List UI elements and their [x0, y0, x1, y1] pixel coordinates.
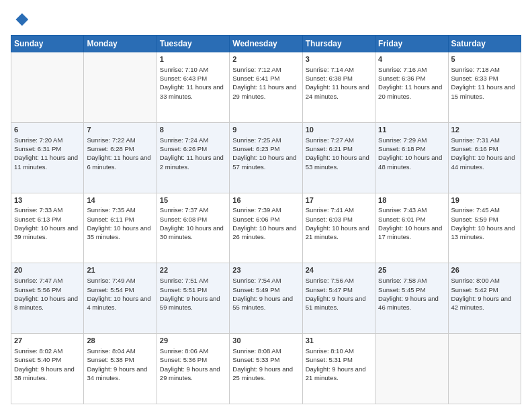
day-number: 9 [232, 125, 299, 135]
day-cell: 4Sunrise: 7:16 AM Sunset: 6:36 PM Daylig… [375, 52, 448, 123]
day-info: Sunrise: 8:00 AM Sunset: 5:42 PM Dayligh… [451, 276, 518, 312]
day-number: 11 [378, 125, 445, 135]
day-info: Sunrise: 7:45 AM Sunset: 5:59 PM Dayligh… [451, 205, 518, 241]
day-cell [448, 334, 521, 404]
header-row: SundayMondayTuesdayWednesdayThursdayFrid… [11, 36, 521, 52]
day-number: 30 [232, 336, 299, 346]
day-cell: 20Sunrise: 7:47 AM Sunset: 5:56 PM Dayli… [11, 263, 84, 334]
day-info: Sunrise: 7:39 AM Sunset: 6:06 PM Dayligh… [232, 205, 299, 241]
day-cell: 22Sunrise: 7:51 AM Sunset: 5:51 PM Dayli… [157, 263, 229, 334]
day-cell: 18Sunrise: 7:43 AM Sunset: 6:01 PM Dayli… [375, 193, 448, 263]
day-cell: 26Sunrise: 8:00 AM Sunset: 5:42 PM Dayli… [448, 263, 521, 334]
day-cell: 1Sunrise: 7:10 AM Sunset: 6:43 PM Daylig… [157, 52, 229, 123]
day-number: 29 [160, 336, 226, 346]
day-info: Sunrise: 7:58 AM Sunset: 5:45 PM Dayligh… [378, 276, 445, 312]
day-info: Sunrise: 7:20 AM Sunset: 6:31 PM Dayligh… [14, 136, 81, 171]
column-header-friday: Friday [375, 36, 448, 52]
day-cell: 12Sunrise: 7:31 AM Sunset: 6:16 PM Dayli… [448, 122, 521, 193]
day-info: Sunrise: 7:27 AM Sunset: 6:21 PM Dayligh… [306, 136, 372, 171]
week-row-5: 27Sunrise: 8:02 AM Sunset: 5:40 PM Dayli… [11, 334, 521, 404]
day-info: Sunrise: 7:37 AM Sunset: 6:08 PM Dayligh… [160, 205, 226, 241]
day-cell: 31Sunrise: 8:10 AM Sunset: 5:31 PM Dayli… [302, 334, 375, 404]
week-row-1: 1Sunrise: 7:10 AM Sunset: 6:43 PM Daylig… [11, 52, 521, 123]
day-cell: 29Sunrise: 8:06 AM Sunset: 5:36 PM Dayli… [157, 334, 229, 404]
day-cell: 2Sunrise: 7:12 AM Sunset: 6:41 PM Daylig… [230, 52, 302, 123]
day-info: Sunrise: 8:06 AM Sunset: 5:36 PM Dayligh… [160, 347, 226, 382]
day-info: Sunrise: 7:56 AM Sunset: 5:47 PM Dayligh… [306, 276, 372, 312]
day-number: 17 [306, 195, 372, 205]
column-header-tuesday: Tuesday [157, 36, 229, 52]
day-cell: 30Sunrise: 8:08 AM Sunset: 5:33 PM Dayli… [230, 334, 302, 404]
day-number: 13 [14, 195, 81, 205]
day-info: Sunrise: 7:49 AM Sunset: 5:54 PM Dayligh… [87, 276, 153, 312]
day-info: Sunrise: 7:51 AM Sunset: 5:51 PM Dayligh… [160, 276, 226, 312]
svg-marker-0 [15, 13, 28, 26]
logo-icon [11, 11, 30, 30]
day-cell [11, 52, 84, 123]
day-number: 22 [160, 265, 226, 275]
day-cell: 17Sunrise: 7:41 AM Sunset: 6:03 PM Dayli… [302, 193, 375, 263]
day-cell: 27Sunrise: 8:02 AM Sunset: 5:40 PM Dayli… [11, 334, 84, 404]
day-cell: 28Sunrise: 8:04 AM Sunset: 5:38 PM Dayli… [84, 334, 157, 404]
day-info: Sunrise: 7:54 AM Sunset: 5:49 PM Dayligh… [232, 276, 299, 312]
column-header-sunday: Sunday [11, 36, 84, 52]
day-number: 18 [378, 195, 445, 205]
day-info: Sunrise: 7:24 AM Sunset: 6:26 PM Dayligh… [160, 136, 226, 171]
day-number: 28 [87, 336, 153, 346]
day-cell: 14Sunrise: 7:35 AM Sunset: 6:11 PM Dayli… [84, 193, 157, 263]
day-info: Sunrise: 7:18 AM Sunset: 6:33 PM Dayligh… [451, 65, 518, 101]
day-number: 21 [87, 265, 153, 275]
day-info: Sunrise: 7:31 AM Sunset: 6:16 PM Dayligh… [451, 136, 518, 171]
day-info: Sunrise: 8:04 AM Sunset: 5:38 PM Dayligh… [87, 347, 153, 382]
day-info: Sunrise: 7:29 AM Sunset: 6:18 PM Dayligh… [378, 136, 445, 171]
day-number: 1 [160, 54, 226, 64]
day-info: Sunrise: 7:16 AM Sunset: 6:36 PM Dayligh… [378, 65, 445, 101]
day-info: Sunrise: 7:47 AM Sunset: 5:56 PM Dayligh… [14, 276, 81, 312]
page: SundayMondayTuesdayWednesdayThursdayFrid… [0, 0, 532, 411]
calendar-table: SundayMondayTuesdayWednesdayThursdayFrid… [11, 35, 521, 404]
day-cell: 19Sunrise: 7:45 AM Sunset: 5:59 PM Dayli… [448, 193, 521, 263]
day-info: Sunrise: 8:10 AM Sunset: 5:31 PM Dayligh… [306, 347, 372, 382]
column-header-wednesday: Wednesday [230, 36, 302, 52]
day-cell: 23Sunrise: 7:54 AM Sunset: 5:49 PM Dayli… [230, 263, 302, 334]
day-cell: 25Sunrise: 7:58 AM Sunset: 5:45 PM Dayli… [375, 263, 448, 334]
day-cell: 15Sunrise: 7:37 AM Sunset: 6:08 PM Dayli… [157, 193, 229, 263]
day-cell [84, 52, 157, 123]
logo [11, 11, 32, 30]
day-info: Sunrise: 7:22 AM Sunset: 6:28 PM Dayligh… [87, 136, 153, 171]
column-header-thursday: Thursday [302, 36, 375, 52]
day-number: 27 [14, 336, 81, 346]
day-cell: 3Sunrise: 7:14 AM Sunset: 6:38 PM Daylig… [302, 52, 375, 123]
day-number: 26 [451, 265, 518, 275]
day-info: Sunrise: 7:14 AM Sunset: 6:38 PM Dayligh… [306, 65, 372, 101]
week-row-3: 13Sunrise: 7:33 AM Sunset: 6:13 PM Dayli… [11, 193, 521, 263]
day-number: 14 [87, 195, 153, 205]
day-number: 8 [160, 125, 226, 135]
day-number: 7 [87, 125, 153, 135]
day-cell: 6Sunrise: 7:20 AM Sunset: 6:31 PM Daylig… [11, 122, 84, 193]
column-header-saturday: Saturday [448, 36, 521, 52]
day-info: Sunrise: 8:08 AM Sunset: 5:33 PM Dayligh… [232, 347, 299, 382]
day-number: 4 [378, 54, 445, 64]
day-info: Sunrise: 7:35 AM Sunset: 6:11 PM Dayligh… [87, 205, 153, 241]
week-row-4: 20Sunrise: 7:47 AM Sunset: 5:56 PM Dayli… [11, 263, 521, 334]
day-info: Sunrise: 7:25 AM Sunset: 6:23 PM Dayligh… [232, 136, 299, 171]
day-number: 15 [160, 195, 226, 205]
day-cell: 5Sunrise: 7:18 AM Sunset: 6:33 PM Daylig… [448, 52, 521, 123]
day-number: 16 [232, 195, 299, 205]
day-number: 12 [451, 125, 518, 135]
header [11, 11, 521, 30]
day-number: 24 [306, 265, 372, 275]
day-cell: 24Sunrise: 7:56 AM Sunset: 5:47 PM Dayli… [302, 263, 375, 334]
day-number: 19 [451, 195, 518, 205]
day-info: Sunrise: 7:10 AM Sunset: 6:43 PM Dayligh… [160, 65, 226, 101]
day-info: Sunrise: 7:33 AM Sunset: 6:13 PM Dayligh… [14, 205, 81, 241]
day-cell [375, 334, 448, 404]
day-cell: 11Sunrise: 7:29 AM Sunset: 6:18 PM Dayli… [375, 122, 448, 193]
day-cell: 16Sunrise: 7:39 AM Sunset: 6:06 PM Dayli… [230, 193, 302, 263]
column-header-monday: Monday [84, 36, 157, 52]
day-cell: 8Sunrise: 7:24 AM Sunset: 6:26 PM Daylig… [157, 122, 229, 193]
day-number: 20 [14, 265, 81, 275]
day-info: Sunrise: 7:43 AM Sunset: 6:01 PM Dayligh… [378, 205, 445, 241]
day-info: Sunrise: 7:12 AM Sunset: 6:41 PM Dayligh… [232, 65, 299, 101]
